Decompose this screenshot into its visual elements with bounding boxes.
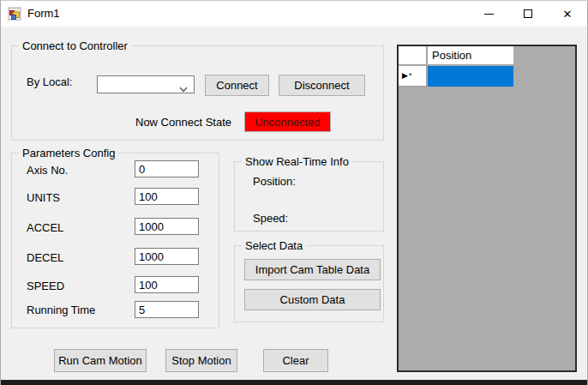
accel-field[interactable] [135,218,199,235]
connect-button[interactable]: Connect [205,75,269,96]
decel-field[interactable] [135,248,199,265]
close-button[interactable]: ✕ [548,1,587,27]
new-row-marker-icon: ▶* [402,71,412,80]
app-icon [8,7,21,21]
speed-label: SPEED [27,280,64,292]
axis-no-label: Axis No. [27,164,68,177]
close-icon: ✕ [563,9,573,20]
local-controller-combobox[interactable] [97,75,195,93]
disconnect-button[interactable]: Disconnect [279,75,365,96]
speed-value-label: Speed: [253,212,288,225]
clear-button[interactable]: Clear [263,349,328,372]
form-window: Form1 ✕ Connect to Controller By Local: … [0,0,588,385]
by-local-label: By Local: [27,75,72,88]
parameters-group-title: Parameters Config [19,147,118,159]
grid-selected-cell[interactable] [428,66,513,87]
running-time-label: Running Time [27,304,95,316]
connect-state-indicator: Unconnected [244,111,331,132]
maximize-icon [524,9,532,18]
minimize-button[interactable] [469,1,508,27]
decel-label: DECEL [27,251,63,264]
running-time-field[interactable] [135,301,199,318]
grid-new-row-header[interactable]: ▶* [399,66,427,87]
run-cam-motion-button[interactable]: Run Cam Motion [54,349,147,372]
axis-no-field[interactable] [135,160,199,177]
units-field[interactable] [135,188,199,205]
import-cam-table-data-button[interactable]: Import Cam Table Data [244,259,381,280]
window-title: Form1 [27,7,60,20]
select-data-group-title: Select Data [242,239,306,252]
title-bar: Form1 ✕ [1,1,587,27]
maximize-button[interactable] [508,1,548,27]
grid-position-column-header[interactable]: Position [428,46,513,65]
accel-label: ACCEL [27,221,63,234]
select-data-groupbox: Select Data [234,245,384,322]
window-bottom-border [1,380,587,385]
units-label: UNITS [27,191,60,204]
cam-table-datagrid[interactable]: Position ▶* [397,45,577,372]
realtime-group-title: Show Real-Time Info [242,155,352,168]
connect-group-title: Connect to Controller [19,39,131,52]
now-connect-state-label: Now Connect State [135,116,231,129]
speed-field[interactable] [135,276,199,293]
chevron-down-icon [179,82,188,95]
custom-data-button[interactable]: Custom Data [244,289,381,310]
grid-corner-header[interactable] [399,46,427,65]
stop-motion-button[interactable]: Stop Motion [165,349,237,372]
minimize-icon [484,14,494,15]
position-label: Position: [253,175,296,188]
